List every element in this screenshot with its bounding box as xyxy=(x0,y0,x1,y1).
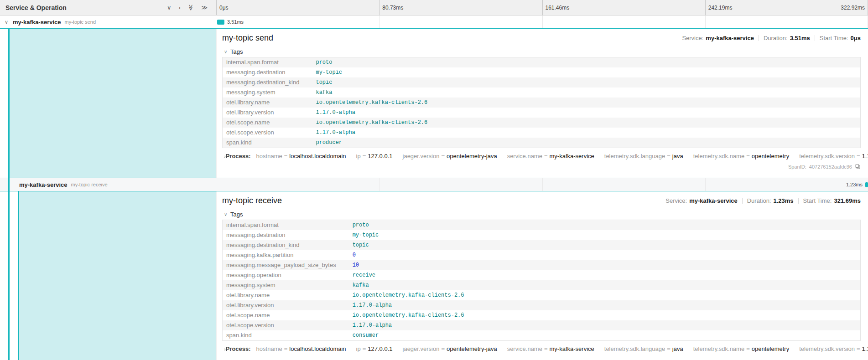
collapse-all-icon[interactable]: ≫ xyxy=(188,5,194,11)
meta-duration-label: Duration: xyxy=(764,35,788,41)
meta-divider xyxy=(815,35,815,41)
tags-label: Tags xyxy=(230,48,243,55)
tag-value: io.opentelemetry.kafka-clients-2.6 xyxy=(349,310,861,320)
span-name-cell-send[interactable]: ∨ my-kafka-service my-topic send xyxy=(0,15,216,28)
tags-accordion-header[interactable]: ∨ Tags xyxy=(222,47,861,57)
meta-duration-label: Duration: xyxy=(747,197,771,204)
process-value: opentelemetry-java xyxy=(447,345,497,352)
tags-table: internal.span.formatproto messaging.dest… xyxy=(222,220,861,341)
span-detail-panel-send: my-topic send Service: my-kafka-service … xyxy=(216,29,868,178)
tag-row: otel.scope.nameio.opentelemetry.kafka-cl… xyxy=(223,310,861,320)
gridline xyxy=(542,178,543,191)
tags-accordion-header[interactable]: ∨ Tags xyxy=(222,210,861,220)
equals-sign: = xyxy=(544,153,548,159)
span-detail-title: my-topic send xyxy=(222,33,273,43)
tag-row: messaging.destinationmy-topic xyxy=(223,67,861,77)
process-value: my-kafka-service xyxy=(550,153,594,159)
process-key: hostname xyxy=(256,153,282,159)
ruler-tick-3: 242.19ms xyxy=(705,0,733,15)
ruler-tick-0: 0μs xyxy=(216,0,229,15)
ruler-tick-2: 161.46ms xyxy=(542,0,570,15)
meta-divider xyxy=(798,198,799,204)
span-name-cell-receive[interactable]: my-kafka-service my-topic receive xyxy=(0,178,216,191)
process-value: 1.17.0 xyxy=(862,345,868,352)
span-operation-name: my-topic send xyxy=(65,19,96,25)
process-value: java xyxy=(672,153,683,159)
equals-sign: = xyxy=(363,153,366,159)
tag-value: 1.17.0-alpha xyxy=(349,300,861,310)
meta-service-value: my-kafka-service xyxy=(706,35,754,41)
tag-row: otel.library.version1.17.0-alpha xyxy=(223,300,861,310)
span-detail-head: my-topic send Service: my-kafka-service … xyxy=(222,33,861,43)
tag-key: internal.span.format xyxy=(223,57,312,68)
process-value: my-kafka-service xyxy=(550,345,594,352)
span-tree-offset xyxy=(0,29,216,178)
equals-sign: = xyxy=(857,153,860,159)
tag-key: otel.scope.version xyxy=(223,320,349,330)
meta-start-label: Start Time: xyxy=(820,35,848,41)
tag-row: otel.library.nameio.opentelemetry.kafka-… xyxy=(223,98,861,108)
tag-key: messaging.kafka.partition xyxy=(223,250,349,260)
collapse-one-icon[interactable]: ∨ xyxy=(167,5,172,10)
tag-key: span.kind xyxy=(223,138,312,148)
detail-indent-band xyxy=(10,29,216,178)
tag-row: otel.scope.version1.17.0-alpha xyxy=(223,320,861,330)
timeline-collapse-controls: ∨ › ≫ ≫ xyxy=(167,5,208,10)
span-detail-row-receive: my-topic receive Service: my-kafka-servi… xyxy=(0,191,868,360)
indent-guide-line xyxy=(8,191,10,360)
process-value: opentelemetry xyxy=(752,345,789,352)
tag-value: io.opentelemetry.kafka-clients-2.6 xyxy=(349,290,861,300)
tags-label: Tags xyxy=(230,211,243,218)
equals-sign: = xyxy=(746,153,750,159)
process-key: telemetry.sdk.name xyxy=(693,345,744,352)
indent-guide-line xyxy=(8,178,10,191)
span-tree-offset xyxy=(0,191,216,360)
expand-one-icon[interactable]: › xyxy=(178,5,180,10)
process-accordion-header[interactable]: › Process: hostname=localhost.localdomai… xyxy=(222,345,861,352)
timeline-ruler[interactable]: 0μs 80.73ms 161.46ms 242.19ms 322.92ms xyxy=(216,0,868,15)
process-value: opentelemetry xyxy=(752,153,789,159)
meta-start-value: 0μs xyxy=(851,35,861,41)
tag-row: messaging.destination_kindtopic xyxy=(223,240,861,250)
tag-key: messaging.destination xyxy=(223,230,349,240)
span-detail-meta: Service: my-kafka-service Duration: 1.23… xyxy=(665,197,861,204)
tag-row: messaging.destinationmy-topic xyxy=(223,230,861,240)
tag-row: messaging.destination_kindtopic xyxy=(223,77,861,87)
span-duration-label: 1.23ms xyxy=(846,178,863,191)
span-detail-head: my-topic receive Service: my-kafka-servi… xyxy=(222,195,861,206)
span-row-receive: my-kafka-service my-topic receive 1.23ms xyxy=(0,178,868,191)
chevron-down-icon: ∨ xyxy=(224,212,230,217)
tag-key: messaging.operation xyxy=(223,270,349,280)
indent-guide-line xyxy=(18,191,19,360)
tag-key: messaging.destination_kind xyxy=(223,77,312,87)
process-accordion-header[interactable]: › Process: hostname=localhost.localdomai… xyxy=(222,153,861,159)
gridline xyxy=(705,178,706,191)
ruler-tick-1: 80.73ms xyxy=(379,0,403,15)
chevron-down-icon[interactable]: ∨ xyxy=(0,19,13,25)
tag-value: topic xyxy=(312,77,860,87)
tag-row: internal.span.formatproto xyxy=(223,57,861,68)
tag-value: proto xyxy=(312,57,860,68)
tag-value: 1.17.0-alpha xyxy=(312,108,860,118)
expand-all-icon[interactable]: ≫ xyxy=(201,5,208,10)
meta-service-value: my-kafka-service xyxy=(689,197,738,204)
tag-row: messaging.operationreceive xyxy=(223,270,861,280)
span-detail-title: my-topic receive xyxy=(222,195,282,206)
spanid-value: 407276152aafdc36 xyxy=(809,164,852,170)
equals-sign: = xyxy=(544,345,548,352)
tag-value: my-topic xyxy=(349,230,861,240)
process-value: localhost.localdomain xyxy=(289,345,346,352)
span-duration-label: 3.51ms xyxy=(227,15,244,28)
span-duration-bar-receive[interactable] xyxy=(865,182,868,187)
span-duration-bar-send[interactable] xyxy=(217,20,224,25)
process-key: ip xyxy=(356,153,361,159)
tag-value: 0 xyxy=(349,250,861,260)
copy-spanid-icon[interactable] xyxy=(855,164,861,170)
span-service-name: my-kafka-service xyxy=(19,181,68,188)
trace-timeline-view: Service & Operation ∨ › ≫ ≫ 0μs 80.73ms … xyxy=(0,0,868,360)
span-bar-cell-send: 3.51ms xyxy=(216,15,868,28)
tag-value: my-topic xyxy=(312,67,860,77)
tag-row: internal.span.formatproto xyxy=(223,220,861,231)
span-detail-row-send: my-topic send Service: my-kafka-service … xyxy=(0,29,868,178)
process-key: jaeger.version xyxy=(403,153,440,159)
